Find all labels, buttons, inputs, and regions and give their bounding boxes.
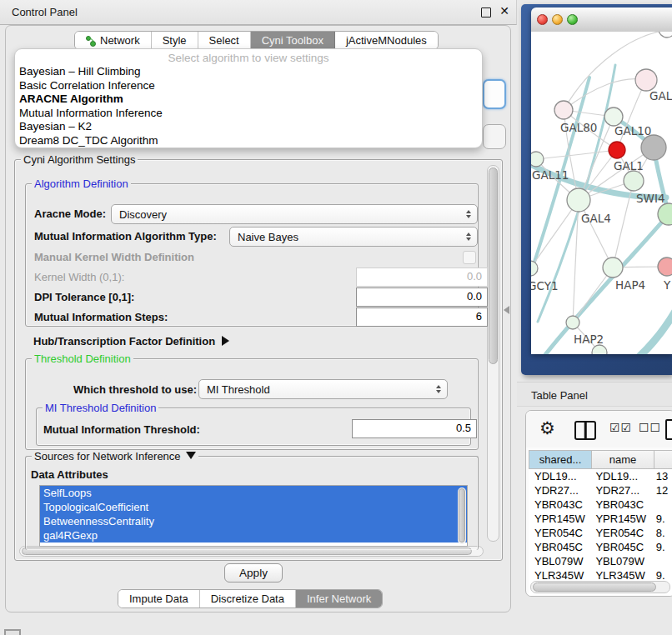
node-pink-right[interactable] — [658, 258, 672, 276]
attribute-item[interactable]: SelfLoops — [40, 486, 467, 500]
node-gal10[interactable] — [604, 108, 623, 126]
mi-steps-label: Mutual Information Steps: — [34, 311, 168, 323]
aracne-mode-combo[interactable]: Discovery — [111, 204, 478, 224]
table-row[interactable]: YPR145WYPR145W9. — [529, 512, 672, 526]
deselect-all-checkboxes-icon[interactable]: ☐☐ — [639, 421, 661, 434]
algorithm-option[interactable]: Mutual Information Inference — [15, 107, 482, 121]
node-gal-top[interactable] — [635, 69, 657, 91]
network-canvas[interactable]: GAL GAL80 GAL10 GAL1 GAL11 SWI4 GAL4 GCY… — [531, 32, 672, 354]
algorithm-dropdown-list: Select algorithm to view settings Bayesi… — [14, 48, 483, 148]
collapse-down-icon — [186, 452, 196, 459]
column-header-partial[interactable] — [654, 450, 672, 469]
data-attributes-label: Data Attributes — [31, 468, 108, 481]
mi-threshold-title: MI Threshold Definition — [43, 402, 158, 414]
algorithm-option[interactable]: Bayesian – K2 — [15, 120, 482, 134]
node-gal4[interactable] — [567, 188, 590, 212]
kernel-width-field[interactable]: 0.0 — [356, 268, 488, 287]
node-label: GAL10 — [614, 124, 651, 138]
divider-collapse-icon[interactable] — [504, 306, 509, 314]
threshold-definition-title: Threshold Definition — [32, 352, 133, 365]
node-label: HAP4 — [615, 278, 645, 292]
which-threshold-combo[interactable]: MI Threshold — [198, 379, 448, 399]
cyni-algorithm-settings-group: Cyni Algorithm Settings Algorithm Defini… — [14, 159, 503, 561]
node-hap4[interactable] — [603, 258, 623, 278]
bottom-tabs: Impute Data Discretize Data Infer Networ… — [118, 589, 383, 608]
table-row[interactable]: YBL079WYBL079W — [529, 554, 672, 568]
manual-kernel-label: Manual Kernel Width Definition — [34, 251, 194, 263]
table-row[interactable]: YER054CYER054C8. — [529, 526, 672, 540]
zoom-traffic-light-icon[interactable] — [567, 14, 578, 25]
node-gal80[interactable] — [554, 101, 573, 119]
gear-icon[interactable]: ⚙ — [539, 418, 555, 438]
columns-icon[interactable] — [574, 421, 596, 440]
node-gal11[interactable] — [531, 152, 544, 167]
expand-right-icon — [222, 336, 229, 346]
settings-group-title: Cyni Algorithm Settings — [21, 153, 138, 166]
mi-type-combo[interactable]: Naive Bayes — [229, 227, 478, 247]
tab-impute-data[interactable]: Impute Data — [118, 590, 200, 608]
attributes-scrollbar[interactable] — [458, 488, 466, 544]
sources-group: Sources for Network Inference Data Attri… — [25, 456, 479, 550]
table-horizontal-scrollbar[interactable] — [530, 581, 670, 593]
export-table-icon[interactable] — [665, 419, 672, 440]
select-all-checkboxes-icon[interactable]: ☑☑ — [609, 421, 632, 434]
threshold-definition-group: Threshold Definition Which threshold to … — [25, 358, 479, 450]
algorithm-option-selected[interactable]: ARACNE Algorithm — [15, 92, 482, 107]
tab-network[interactable]: Network — [75, 32, 152, 49]
node-gcy1[interactable] — [531, 261, 538, 276]
table-header-row: shared... name — [529, 450, 672, 469]
attribute-item[interactable]: gal4RGexp — [40, 528, 467, 542]
dpi-tolerance-field[interactable]: 0.0 — [356, 288, 488, 307]
node-label: Y — [663, 278, 671, 292]
node-cut-top[interactable] — [659, 32, 672, 38]
minimize-traffic-light-icon[interactable] — [552, 14, 563, 25]
combo-spinner-icon — [433, 385, 444, 393]
sources-title[interactable]: Sources for Network Inference — [32, 450, 198, 462]
attribute-item[interactable]: TopologicalCoefficient — [40, 500, 467, 514]
control-panel: Network Style Select Cyni Toolbox jActiv… — [5, 25, 511, 612]
attribute-item[interactable]: BetweennessCentrality — [40, 514, 467, 528]
node-hap2[interactable] — [566, 316, 579, 329]
mi-threshold-field[interactable]: 0.5 — [352, 419, 477, 438]
tab-cyni-toolbox[interactable]: Cyni Toolbox — [251, 32, 335, 49]
algorithm-option[interactable]: Bayesian – Hill Climbing — [15, 65, 482, 79]
tab-discretize-data[interactable]: Discretize Data — [200, 590, 296, 608]
control-panel-titlebar: Control Panel ✕ — [0, 0, 517, 25]
manual-kernel-checkbox[interactable] — [463, 251, 476, 264]
node-red[interactable] — [609, 142, 625, 158]
algorithm-combo-focus-edge[interactable] — [483, 79, 506, 109]
node-label: GCY1 — [531, 279, 559, 292]
column-header-shared-name[interactable]: shared... — [529, 450, 592, 469]
corner-widget-icon[interactable] — [4, 629, 21, 635]
node-gray[interactable] — [641, 135, 666, 160]
tab-select[interactable]: Select — [198, 32, 251, 49]
table-panel-title: Table Panel — [531, 389, 588, 402]
tab-style[interactable]: Style — [152, 32, 198, 49]
table-panel-card: ⚙ ☑☑ ☐☐ shared... name YDL19...YDL19...1… — [525, 410, 672, 597]
table-row[interactable]: YDR27...YDR27...12 — [529, 483, 672, 498]
node-label: GAL11 — [532, 168, 569, 182]
float-icon[interactable] — [481, 8, 491, 18]
node-label: HAP2 — [574, 332, 604, 346]
mi-steps-field[interactable]: 6 — [356, 308, 488, 327]
table-row[interactable]: YDL19...YDL19...13 — [529, 469, 672, 483]
algorithm-option[interactable]: Dream8 DC_TDC Algorithm — [15, 134, 482, 148]
table-toolbar: ⚙ ☑☑ ☐☐ — [526, 411, 672, 448]
close-icon[interactable]: ✕ — [499, 4, 509, 18]
node-gal1[interactable] — [624, 171, 644, 191]
table-body: YDL19...YDL19...13 YDR27...YDR27...12 YB… — [529, 469, 672, 596]
hub-definition-toggle[interactable]: Hub/Transcription Factor Definition — [33, 335, 229, 348]
settings-vertical-scrollbar[interactable] — [487, 165, 499, 542]
column-header-name[interactable]: name — [592, 450, 654, 469]
aracne-mode-label: Aracne Mode: — [34, 208, 106, 220]
mi-threshold-group: MI Threshold Definition Mutual Informati… — [36, 408, 471, 446]
network-combo-edge[interactable] — [483, 124, 506, 149]
table-row[interactable]: YBR043CYBR043C — [529, 498, 672, 512]
close-traffic-light-icon[interactable] — [537, 14, 548, 25]
tab-jactivemnodules[interactable]: jActiveMNodules — [335, 32, 438, 49]
node-label: GAL80 — [560, 121, 597, 134]
table-row[interactable]: YBR045CYBR045C9. — [529, 540, 672, 554]
tab-infer-network[interactable]: Infer Network — [296, 590, 382, 608]
apply-button[interactable]: Apply — [224, 563, 283, 582]
algorithm-option[interactable]: Basic Correlation Inference — [15, 79, 482, 93]
